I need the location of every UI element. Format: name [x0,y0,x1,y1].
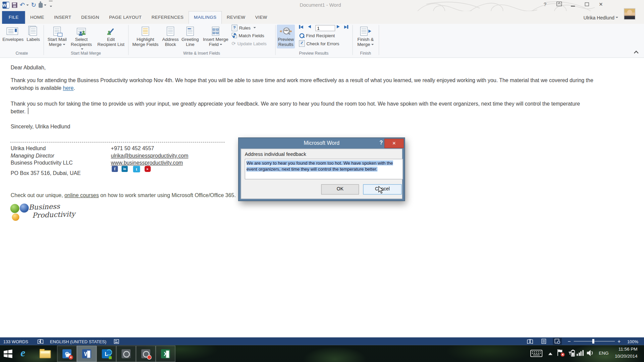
minimize-button[interactable] [566,2,580,7]
tab-insert[interactable]: INSERT [49,11,76,24]
user-avatar[interactable] [624,8,635,19]
collapse-ribbon-button[interactable] [634,50,638,54]
labels-button[interactable]: Labels [24,24,43,49]
tab-view[interactable]: VIEW [250,11,272,24]
group-label-start-mail-merge: Start Mail Merge [44,51,128,55]
power-battery-icon[interactable] [568,349,575,358]
rules-button[interactable]: ? Rules [232,24,256,31]
paragraph-2: Thank you so much for taking the time to… [11,100,580,116]
signature-phone: +971 50 452 4557 [111,144,154,152]
previous-record-button[interactable] [308,25,311,28]
taskbar-snagit-button[interactable]: x [116,346,136,362]
tab-file[interactable]: FILE [2,11,25,24]
zoom-in-button[interactable]: + [618,338,621,344]
tab-references[interactable]: REFERENCES [147,11,189,24]
tab-mailings[interactable]: MAILINGS [189,11,222,24]
preview-results-toggle[interactable]: « ABC » PreviewResults [277,24,295,48]
select-recipients-button[interactable]: Select Recipients [69,24,94,49]
finish-and-merge-button[interactable]: Finish & Merge [355,24,376,49]
group-label-preview-results: Preview Results [275,51,352,55]
input-language[interactable]: ENG [599,351,608,356]
language-status[interactable]: ENGLISH (UNITED STATES) [50,339,106,344]
ribbon-tab-row: FILE HOME INSERT DESIGN PAGE LAYOUT REFE… [0,11,644,24]
help-button[interactable]: ? [538,2,552,7]
save-button[interactable] [12,2,17,8]
tab-page-layout[interactable]: PAGE LAYOUT [104,11,147,24]
email-link[interactable]: ulrika@businessproductivity.com [111,153,189,159]
highlight-merge-fields-button[interactable]: HighlightMerge Fields [130,24,160,49]
dialog-text-input[interactable]: We are sorry to hear you found the room … [245,159,403,179]
facebook-icon[interactable]: f [112,166,118,172]
address-block-icon [161,25,180,37]
network-signal-icon[interactable] [577,350,583,356]
check-for-errors-button[interactable]: ✓ Check for Errors [299,40,339,47]
labels-icon [24,25,43,37]
window-controls: ? ✕ [538,2,608,7]
match-fields-button[interactable]: Match Fields [232,32,264,39]
taskbar-lync-button[interactable]: L [97,346,116,362]
restore-button[interactable] [580,2,594,7]
signature-website: www.businessproductivity.com [111,159,183,167]
edit-recipient-list-button[interactable]: Edit Recipient List [95,24,127,49]
touch-keyboard-icon[interactable] [530,350,543,359]
address-block-button[interactable]: AddressBlock [161,24,180,49]
word-count[interactable]: 133 WORDS [3,339,28,344]
touch-mode-button[interactable] [39,3,46,8]
action-center-flag-icon[interactable] [557,349,565,359]
zoom-slider-thumb[interactable] [592,339,594,343]
dialog-close-button[interactable]: ✕ [384,139,404,148]
close-button[interactable]: ✕ [594,2,608,7]
zoom-out-button[interactable]: − [568,338,571,344]
volume-icon[interactable] [587,349,595,358]
first-record-button[interactable] [299,25,303,29]
ok-button[interactable]: OK [321,184,359,195]
start-button[interactable] [3,349,13,360]
proofing-status-icon[interactable] [37,339,43,344]
clock-time[interactable]: 11:56 PM [612,346,637,351]
twitter-icon[interactable]: t [133,166,140,173]
taskbar-excel-button[interactable]: X [156,346,175,362]
insert-merge-field-button[interactable]: Insert Merge Field [201,24,231,49]
taskbar-word-button[interactable]: W [77,346,97,362]
user-name: Ulrika Hedlund [583,15,614,20]
rules-icon: ? [232,24,237,31]
taskbar-recorder-button[interactable] [136,346,156,362]
taskbar-outlook-button[interactable]: O ✕ [57,346,77,362]
youtube-icon[interactable]: ► [145,166,151,172]
dialog-help-button[interactable]: ? [379,139,383,145]
signature-company: Business Productivity LLC [11,159,73,167]
read-mode-button[interactable] [526,338,535,345]
greeting-line-button[interactable]: GreetingLine [181,24,200,49]
record-number-input[interactable] [315,25,335,31]
zoom-slider[interactable] [574,341,614,342]
zoom-level[interactable]: 100% [627,339,638,344]
macro-recording-icon[interactable] [114,339,119,344]
logo-text: Business Productivity [29,201,75,220]
linkedin-icon[interactable]: in [121,166,127,172]
customize-qat-button[interactable] [49,1,53,9]
signature-email: ulrika@businessproductivity.com [111,152,189,160]
tab-home[interactable]: HOME [25,11,49,24]
envelopes-button[interactable]: Envelopes [2,24,22,49]
ribbon-display-options-button[interactable] [552,2,566,7]
greeting-line-icon [181,25,200,37]
file-explorer-icon[interactable] [40,350,51,358]
start-mail-merge-button[interactable]: Start Mail Merge [46,24,68,49]
account-menu[interactable]: Ulrika Hedlund [583,11,618,24]
undo-button[interactable]: ↶ [20,2,29,8]
web-layout-button[interactable] [553,338,562,345]
print-layout-button[interactable] [539,338,548,345]
clock-date[interactable]: 10/20/2014 [609,353,637,358]
internet-explorer-icon[interactable]: e [20,347,25,359]
next-record-button[interactable] [337,25,340,28]
redo-button[interactable]: ↻ [31,2,36,8]
online-courses-link[interactable]: online courses [64,192,99,198]
tab-review[interactable]: REVIEW [222,11,250,24]
here-link[interactable]: here [63,85,74,91]
tab-design[interactable]: DESIGN [76,11,104,24]
last-record-button[interactable] [344,25,348,29]
show-hidden-icons-button[interactable] [548,353,552,355]
logo-ball-orange [12,214,19,221]
find-recipient-button[interactable]: Find Recipient [299,32,335,39]
website-link[interactable]: www.businessproductivity.com [111,160,183,166]
